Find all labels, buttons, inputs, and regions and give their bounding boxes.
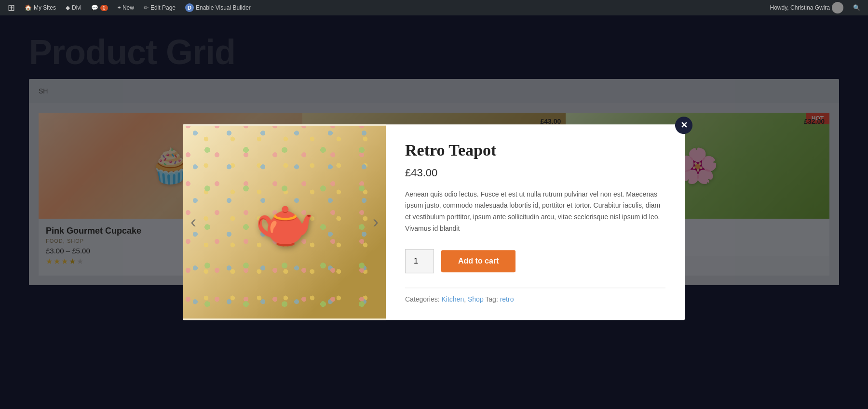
search-icon: 🔍 <box>853 4 860 11</box>
category-kitchen-link[interactable]: Kitchen <box>441 295 464 303</box>
divi-d-icon: D <box>185 3 194 12</box>
modal-next-button[interactable]: › <box>368 207 383 237</box>
prev-arrow-icon: ‹ <box>190 212 196 232</box>
modal-product-price: £43.00 <box>405 167 665 179</box>
modal-divider <box>405 288 665 288</box>
search-button[interactable]: 🔍 <box>849 0 864 15</box>
modal-product-title: Retro Teapot <box>405 141 665 159</box>
edit-page-button[interactable]: ✏ Edit Page <box>140 0 179 15</box>
comments-button[interactable]: 💬 0 <box>87 0 112 15</box>
home-icon: 🏠 <box>25 4 32 11</box>
modal-image-section: ‹ 🫖 › <box>183 124 386 320</box>
product-modal: ✕ ‹ 🫖 › Retro Teapot £43.00 Aenean quis … <box>183 124 685 320</box>
user-avatar <box>832 2 843 13</box>
modal-content-section: Retro Teapot £43.00 Aenean quis odio lec… <box>386 124 685 320</box>
howdy-user[interactable]: Howdy, Christina Gwira <box>766 0 847 15</box>
modal-meta: Categories: Kitchen, Shop Tag: retro <box>405 295 665 303</box>
visual-builder-button[interactable]: D Enable Visual Builder <box>181 0 255 15</box>
modal-product-description: Aenean quis odio lectus. Fusce et est ut… <box>405 189 665 235</box>
quantity-input[interactable] <box>405 249 434 273</box>
category-shop-link[interactable]: Shop <box>468 295 484 303</box>
close-icon: ✕ <box>680 120 688 131</box>
tag-retro-link[interactable]: retro <box>500 295 514 303</box>
divi-button[interactable]: ◆ Divi <box>62 0 85 15</box>
wp-logo-button[interactable]: ⊞ <box>4 0 19 15</box>
edit-icon: ✏ <box>144 4 149 11</box>
modal-teapot-icon: 🫖 <box>255 194 315 251</box>
comment-icon: 💬 <box>91 4 98 11</box>
categories-label: Categories: <box>405 295 440 303</box>
modal-prev-button[interactable]: ‹ <box>186 207 201 237</box>
modal-product-image: 🫖 <box>183 126 386 318</box>
howdy-text: Howdy, Christina Gwira <box>770 4 830 11</box>
next-arrow-icon: › <box>373 212 379 232</box>
modal-add-to-cart-section: Add to cart <box>405 249 665 273</box>
tag-label: Tag: <box>485 295 498 303</box>
new-button[interactable]: + New <box>114 0 138 15</box>
add-to-cart-button[interactable]: Add to cart <box>441 250 515 272</box>
modal-overlay[interactable]: ✕ ‹ 🫖 › Retro Teapot £43.00 Aenean quis … <box>0 15 868 409</box>
modal-close-button[interactable]: ✕ <box>675 117 692 134</box>
my-sites-button[interactable]: 🏠 My Sites <box>21 0 60 15</box>
admin-bar-right: Howdy, Christina Gwira 🔍 <box>766 0 864 15</box>
comment-count: 0 <box>100 5 108 11</box>
divi-icon: ◆ <box>66 4 70 11</box>
admin-bar: ⊞ 🏠 My Sites ◆ Divi 💬 0 + New ✏ Edit Pag… <box>0 0 868 15</box>
wp-icon: ⊞ <box>8 2 15 13</box>
